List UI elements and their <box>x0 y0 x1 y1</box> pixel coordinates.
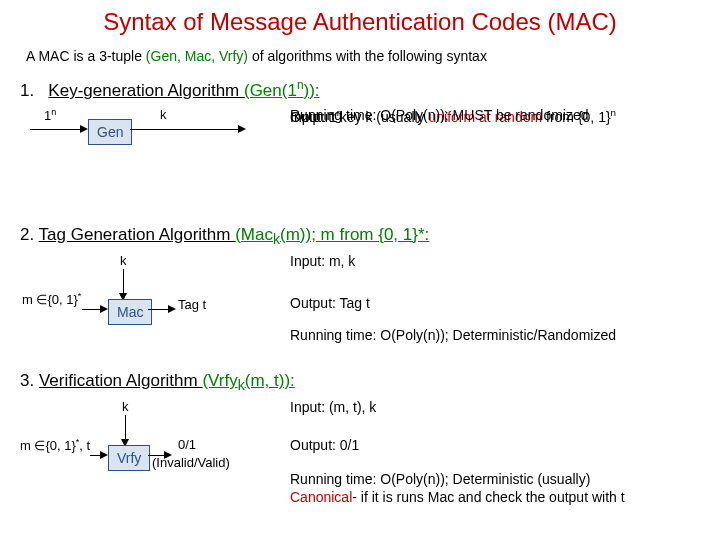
section1-num: 1. <box>20 81 34 101</box>
intro-tuple: (Gen, Mac, Vrfy) <box>146 48 248 64</box>
section2-green: (Mack(m)); m from {0, 1}*: <box>235 225 429 244</box>
intro-post: of algorithms with the following syntax <box>248 48 487 64</box>
section3-label: Verification Algorithm <box>39 371 202 390</box>
mac-k-label: k <box>120 253 127 268</box>
vrfy-runtime-desc: Running time: O(Poly(n)); Deterministic … <box>290 471 696 487</box>
intro-pre: A MAC is a 3-tuple <box>26 48 146 64</box>
vrfy-output2-label: (Invalid/Valid) <box>152 455 230 470</box>
section3-diagram: k m ∈{0, 1}*, t Vrfy 0/1 (Invalid/Valid)… <box>20 399 700 519</box>
section3-green: (Vrfyk(m, t)): <box>202 371 294 390</box>
mac-runtime-desc: Running time: O(Poly(n)); Deterministic/… <box>290 327 696 343</box>
section1-heading: 1. Key-generation Algorithm (Gen(1n)): <box>20 78 700 101</box>
slide-title: Syntax of Message Authentication Codes (… <box>20 8 700 36</box>
section1-green: (Gen(1n)): <box>244 81 320 100</box>
mac-input-label: m ∈{0, 1}* <box>22 291 81 307</box>
section2-diagram: k m ∈{0, 1}* Mac Tag t Input: m, k Outpu… <box>20 253 700 357</box>
vrfy-output1-label: 0/1 <box>178 437 196 452</box>
vrfy-input-desc: Input: (m, t), k <box>290 399 696 415</box>
vrfy-output-desc: Output: 0/1 <box>290 437 696 453</box>
intro-text: A MAC is a 3-tuple (Gen, Mac, Vrfy) of a… <box>20 48 700 64</box>
vrfy-box: Vrfy <box>108 445 150 471</box>
vrfy-input-label: m ∈{0, 1}*, t <box>20 437 90 453</box>
mac-box: Mac <box>108 299 152 325</box>
section3-num: 3. <box>20 371 34 391</box>
section1-diagram: 1n Gen k Input: 1n Output: key k (usuall… <box>20 107 700 211</box>
vrfy-canonical-desc: Canonical- if it is runs Mac and check t… <box>290 489 696 505</box>
mac-output-label: Tag t <box>178 297 206 312</box>
gen-input-label: 1n <box>44 107 56 123</box>
section2-label: Tag Generation Algorithm <box>39 225 236 244</box>
mac-output-desc: Output: Tag t <box>290 295 696 311</box>
section1-label: Key-generation Algorithm <box>48 81 244 100</box>
gen-output-label: k <box>160 107 167 122</box>
mac-input-desc: Input: m, k <box>290 253 696 269</box>
section2-heading: 2. Tag Generation Algorithm (Mack(m)); m… <box>20 225 700 247</box>
gen-runtime-desc: Running time: O(Poly(n)); MUST be random… <box>290 107 696 123</box>
section2-num: 2. <box>20 225 34 245</box>
gen-box: Gen <box>88 119 132 145</box>
section3-heading: 3. Verification Algorithm (Vrfyk(m, t)): <box>20 371 700 393</box>
vrfy-k-label: k <box>122 399 129 414</box>
